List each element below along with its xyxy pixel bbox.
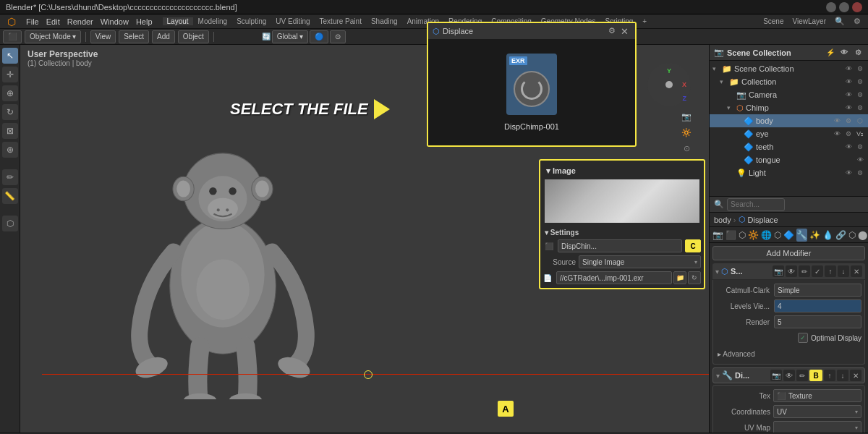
props-view-layer-icon[interactable]: ⬡ [739,229,746,242]
disp-coords-dropdown[interactable]: UV ▾ [773,405,861,418]
add-workspace-btn[interactable]: + [638,17,651,25]
image-settings-header[interactable]: ▾ Settings [543,226,701,239]
vis-cam-icon[interactable]: 👁 [843,91,854,98]
subdiv-type-value[interactable]: Simple [774,284,861,297]
vis-tongue-icon[interactable]: 👁 [855,156,865,163]
props-particles-icon[interactable]: ✨ [809,229,820,242]
optimal-display-checkbox[interactable]: ✓ [798,333,808,343]
props-mesh-icon[interactable]: 🔷 [783,229,794,242]
tab-modeling[interactable]: Modeling [194,17,232,25]
tab-layout[interactable]: Layout [163,17,193,25]
visibility-icon[interactable]: 👁 [843,65,854,72]
mod-eye-icon[interactable]: ⚙ [843,130,854,137]
select-menu-btn[interactable]: Select [119,30,149,43]
subdiv-cam-icon[interactable]: 📷 [773,265,784,277]
subdiv-edit-icon[interactable]: ✏ [799,265,810,277]
subdiv-delete-icon[interactable]: ✕ [851,265,862,277]
subdiv-up-icon[interactable]: ↑ [825,265,836,277]
disp-cam-icon[interactable]: 📷 [770,370,782,381]
proportional-btn[interactable]: ⊙ [330,30,346,43]
props-scene-icon[interactable]: 🔆 [748,229,759,242]
vis-eye-icon[interactable]: 👁 [832,130,842,137]
viewport-overlay-icon[interactable]: ⊙ [680,142,693,155]
search-icon[interactable]: 🔍 [832,17,848,26]
vis-body-icon[interactable]: 👁 [832,117,842,124]
tree-teeth[interactable]: 🔷 teeth 👁 ⚙ [710,140,868,153]
subdiv-apply-icon[interactable]: ✓ [812,265,823,277]
tree-body[interactable]: 🔷 body 👁 ⚙ ⬡ [710,114,868,127]
disp-expand-icon[interactable]: ▾ [716,372,720,380]
filter-icon[interactable]: ⚙ [851,17,864,26]
vis-col-icon[interactable]: 👁 [843,78,854,85]
props-physics-icon[interactable]: 💧 [822,229,833,242]
mod-body-icon[interactable]: ⚙ [843,117,854,124]
menu-edit[interactable]: Edit [43,17,63,26]
view-menu-btn[interactable]: View [90,30,116,43]
overlay-gear-icon[interactable]: ⚙ [608,26,618,36]
menu-help[interactable]: Help [133,17,156,26]
subdiv-vis-icon[interactable]: 👁 [786,265,797,277]
image-name-field[interactable]: DispChin... [558,239,682,252]
props-constraints-icon[interactable]: 🔗 [835,229,846,242]
render-chimp-icon[interactable]: ⚙ [855,104,865,111]
disp-tex-value[interactable]: ⬛ Texture [773,389,861,402]
subdiv-render-value[interactable]: 5 [774,315,861,328]
subdiv-advanced-row[interactable]: ▸ Advanced [716,346,861,361]
subdiv-down-icon[interactable]: ↓ [838,265,849,277]
badge-b[interactable]: B [809,370,822,381]
filter-scene-icon[interactable]: ⚡ [825,47,836,59]
cursor-tool-icon[interactable]: ✛ [2,67,18,82]
object-menu-btn[interactable]: Object [178,30,209,43]
filepath-reload-btn[interactable]: ↻ [688,271,701,284]
rotate-tool-icon[interactable]: ↻ [2,104,18,120]
restrict-scene-icon[interactable]: ⚙ [852,47,864,59]
render-cam-icon[interactable]: ⚙ [855,91,865,98]
disp-vis-icon[interactable]: 👁 [783,370,795,381]
tree-collection[interactable]: ▾ 📁 Collection 👁 ⚙ [710,75,868,88]
filepath-browse-btn[interactable]: 📁 [673,271,686,284]
tree-eye[interactable]: 🔷 eye 👁 ⚙ V₂ [710,127,868,140]
badge-c[interactable]: C [685,239,701,252]
disp-up-icon[interactable]: ↑ [824,370,835,381]
select-tool-icon[interactable]: ↖ [2,48,18,64]
menu-file[interactable]: File [23,17,42,26]
snap-btn[interactable]: 🔵 [310,30,328,43]
menu-window[interactable]: Window [98,17,132,26]
vis-light-icon[interactable]: 👁 [843,169,854,176]
overlay-close-icon[interactable]: ✕ [621,26,631,36]
props-data-icon[interactable]: ⬡ [848,229,856,242]
transform-tool-icon[interactable]: ⊕ [2,142,18,158]
transform-btn[interactable]: Global ▾ [272,30,308,43]
annotate-tool-icon[interactable]: ✏ [2,169,18,185]
add-menu-btn[interactable]: Add [152,30,175,43]
vis-chimp-icon[interactable]: 👁 [843,104,854,111]
tree-chimp[interactable]: ▾ ⬡ Chimp 👁 ⚙ [710,101,868,114]
tab-sculpting[interactable]: Sculpting [232,17,271,25]
subdiv-expand-icon[interactable]: ▾ [715,268,719,276]
props-object-icon[interactable]: ⬡ [774,229,781,242]
render-vis-icon[interactable]: ⚙ [855,65,865,72]
render-body-icon[interactable]: ⬡ [855,117,865,124]
props-search-input[interactable] [727,198,785,211]
render-col-icon[interactable]: ⚙ [855,78,865,85]
move-tool-icon[interactable]: ⊕ [2,85,18,101]
render-light-icon[interactable]: ⚙ [855,169,865,176]
tree-tongue[interactable]: 🔷 tongue 👁 [710,153,868,166]
editor-type-btn[interactable]: ⬛ [3,30,22,43]
props-modifier-icon[interactable]: 🔧 [796,229,807,242]
vis-teeth-icon[interactable]: 👁 [843,143,854,150]
viewport-camera-icon[interactable]: 📷 [680,110,693,123]
scale-tool-icon[interactable]: ⊠ [2,123,18,139]
tree-scene-collection[interactable]: ▾ 📁 Scene Collection 👁 ⚙ [710,62,868,75]
disp-uvmap-dropdown[interactable]: ▾ [773,421,861,433]
disp-delete-icon[interactable]: ✕ [850,370,861,381]
props-material-icon[interactable]: ⬤ [858,229,867,242]
minimize-btn[interactable] [826,2,836,12]
props-world-icon[interactable]: 🌐 [761,229,772,242]
tree-light[interactable]: 💡 Light 👁 ⚙ [710,166,868,179]
tab-shading[interactable]: Shading [367,17,402,25]
tree-camera[interactable]: 📷 Camera 👁 ⚙ [710,88,868,101]
tab-texture-paint[interactable]: Texture Paint [315,17,366,25]
object-mode-btn[interactable]: Object Mode ▾ [25,30,81,43]
disp-edit-icon[interactable]: ✏ [796,370,808,381]
